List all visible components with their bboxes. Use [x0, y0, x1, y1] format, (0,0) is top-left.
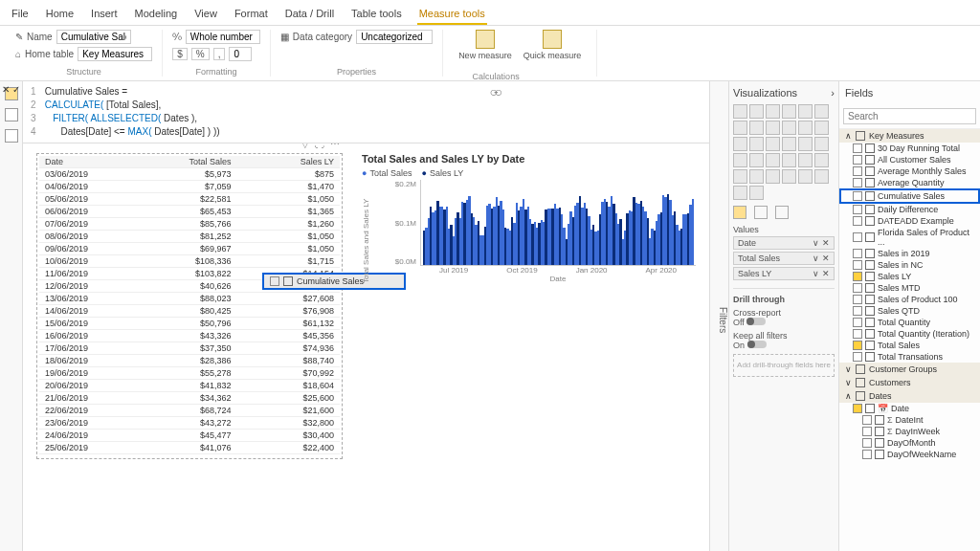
table-row[interactable]: 04/06/2019$7,059$1,470: [39, 181, 340, 193]
comma-button[interactable]: ,: [213, 48, 226, 60]
field-item[interactable]: Total Sales: [839, 340, 980, 351]
format-input[interactable]: [186, 30, 260, 44]
table-row[interactable]: 24/06/2019$45,477$30,400: [39, 430, 340, 442]
filters-pane-collapsed[interactable]: Filters: [709, 81, 728, 551]
viz-type-icon[interactable]: [749, 137, 764, 151]
viz-type-icon[interactable]: [782, 153, 796, 167]
decimals-input[interactable]: [229, 47, 252, 61]
field-item[interactable]: Total Quantity: [839, 317, 980, 328]
drillthrough-dropzone[interactable]: Add drill-through fields here: [733, 354, 835, 377]
currency-button[interactable]: $: [172, 48, 188, 60]
table-visual[interactable]: ▽⛶⋯ DateTotal SalesSales LY03/06/2019$5,…: [36, 153, 343, 459]
quick-measure-button[interactable]: Quick measure: [518, 30, 588, 60]
field-item[interactable]: All Customer Sales: [839, 154, 980, 165]
field-item[interactable]: Sales LY: [839, 271, 980, 282]
field-item[interactable]: Average Monthly Sales: [839, 165, 980, 177]
more-icon[interactable]: ⋯: [330, 143, 340, 149]
table-row[interactable]: 21/06/2019$34,362$25,600: [39, 392, 340, 405]
table-row[interactable]: 13/06/2019$88,023$27,608: [39, 293, 340, 305]
tab-format[interactable]: Format: [233, 4, 270, 25]
viz-type-icon[interactable]: [814, 137, 829, 151]
viz-type-icon[interactable]: [749, 104, 764, 119]
chevron-right-icon[interactable]: ›: [831, 87, 835, 99]
viz-type-icon[interactable]: [749, 153, 764, 167]
datacat-input[interactable]: [356, 30, 433, 44]
field-item[interactable]: DayOfWeekName: [839, 449, 980, 460]
field-table[interactable]: ∨ Customers: [839, 376, 980, 389]
formula-bar[interactable]: ✕ ✓ 1 Cumulative Sales = 2 CALCULATE( [T…: [23, 81, 709, 143]
table-row[interactable]: 18/06/2019$28,386$88,740: [39, 355, 340, 367]
field-well[interactable]: Total Sales∨ ✕: [733, 252, 835, 265]
table-row[interactable]: 22/06/2019$68,724$21,600: [39, 405, 340, 417]
field-item[interactable]: Average Quantity: [839, 177, 980, 188]
field-item[interactable]: 30 Day Running Total: [839, 143, 980, 154]
table-row[interactable]: 16/06/2019$43,326$45,356: [39, 330, 340, 342]
viz-type-icon[interactable]: [733, 169, 747, 184]
col-header[interactable]: Sales LY: [236, 156, 340, 168]
field-item[interactable]: DayOfMonth: [839, 437, 980, 449]
table-row[interactable]: 15/06/2019$50,796$61,132: [39, 318, 340, 330]
new-measure-button[interactable]: New measure: [453, 30, 518, 60]
home-table-input[interactable]: [78, 47, 152, 61]
viz-type-icon[interactable]: [814, 121, 829, 135]
cross-report-toggle[interactable]: [746, 318, 766, 325]
tab-file[interactable]: File: [10, 4, 31, 25]
table-row[interactable]: 23/06/2019$43,272$32,800: [39, 417, 340, 430]
percent-button[interactable]: %: [191, 48, 210, 60]
analytics-tab-icon[interactable]: [775, 206, 789, 219]
viz-type-icon[interactable]: [814, 169, 829, 184]
field-item[interactable]: DATEADD Example: [839, 215, 980, 227]
viz-type-icon[interactable]: [766, 169, 780, 184]
data-view-icon[interactable]: [5, 108, 18, 121]
viz-type-icon[interactable]: [766, 137, 780, 151]
table-row[interactable]: 05/06/2019$22,581$1,050: [39, 193, 340, 206]
field-item[interactable]: ΣDayInWeek: [839, 426, 980, 437]
field-item[interactable]: Cumulative Sales: [839, 188, 980, 204]
tab-home[interactable]: Home: [44, 4, 76, 25]
viz-type-icon[interactable]: [733, 137, 747, 151]
field-table[interactable]: ∨ Customer Groups: [839, 363, 980, 376]
table-row[interactable]: 09/06/2019$69,967$1,050: [39, 243, 340, 255]
viz-type-icon[interactable]: [798, 137, 813, 151]
field-item[interactable]: Total Quantity (Iteration): [839, 328, 980, 340]
viz-type-icon[interactable]: [766, 121, 780, 135]
fields-search-input[interactable]: [843, 108, 976, 124]
focus-icon[interactable]: ⛶: [315, 143, 324, 149]
drag-field-chip[interactable]: Cumulative Sales: [262, 273, 406, 290]
viz-type-icon[interactable]: [766, 153, 780, 167]
keep-filters-toggle[interactable]: [747, 341, 767, 348]
field-item[interactable]: 📅Date: [839, 403, 980, 414]
table-row[interactable]: 08/06/2019$81,252$1,050: [39, 231, 340, 243]
table-row[interactable]: 06/06/2019$65,453$1,365: [39, 206, 340, 218]
field-table[interactable]: ∧ Key Measures: [839, 129, 980, 143]
viz-type-icon[interactable]: [814, 153, 829, 167]
model-view-icon[interactable]: [5, 129, 18, 143]
viz-type-icon[interactable]: [782, 121, 796, 135]
col-header[interactable]: Date: [39, 156, 134, 168]
field-item[interactable]: Total Transations: [839, 351, 980, 363]
field-item[interactable]: Florida Sales of Product ...: [839, 227, 980, 248]
field-well[interactable]: Date∨ ✕: [733, 236, 835, 250]
viz-type-icon[interactable]: [733, 121, 747, 135]
table-row[interactable]: 14/06/2019$80,425$76,908: [39, 305, 340, 318]
tab-table-tools[interactable]: Table tools: [349, 4, 404, 25]
tab-modeling[interactable]: Modeling: [133, 4, 180, 25]
viz-type-icon[interactable]: [798, 121, 813, 135]
table-row[interactable]: 25/06/2019$41,076$22,400: [39, 442, 340, 454]
field-item[interactable]: Sales QTD: [839, 305, 980, 317]
viz-type-icon[interactable]: [749, 186, 764, 200]
table-row[interactable]: 07/06/2019$85,766$1,260: [39, 218, 340, 231]
format-tab-icon[interactable]: [754, 206, 768, 219]
filter-icon[interactable]: ▽: [301, 143, 309, 149]
fields-tab-icon[interactable]: [733, 206, 746, 219]
viz-type-icon[interactable]: [782, 104, 796, 119]
tab-measure-tools[interactable]: Measure tools: [417, 4, 487, 25]
tab-view[interactable]: View: [192, 4, 219, 25]
table-row[interactable]: 03/06/2019$5,973$875: [39, 168, 340, 181]
field-well[interactable]: Sales LY∨ ✕: [733, 267, 835, 280]
field-item[interactable]: Daily Difference: [839, 204, 980, 215]
viz-type-icon[interactable]: [733, 186, 747, 200]
viz-type-icon[interactable]: [798, 153, 813, 167]
viz-type-icon[interactable]: [798, 104, 813, 119]
viz-type-icon[interactable]: [749, 121, 764, 135]
